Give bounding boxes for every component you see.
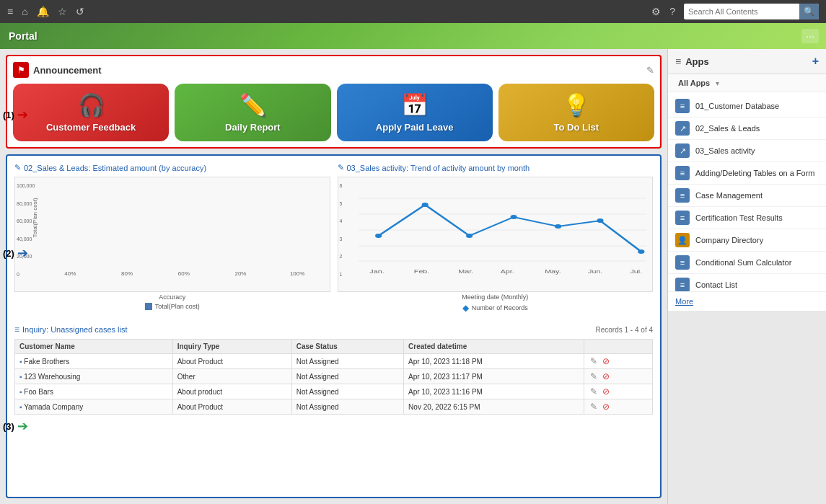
line-chart-svg: .grid-line { stroke: #e0e0e0; stroke-wid… xyxy=(359,183,647,277)
bar-chart-bars: 40% 80% 60% xyxy=(44,183,324,277)
tile-customer-feedback[interactable]: 🎧 Customer Feedback xyxy=(13,84,169,141)
cell-customer-4: ▪ Yamada Company xyxy=(15,399,173,415)
sidebar-app-sales-leads[interactable]: ↗ 02_Sales & Leads xyxy=(668,118,826,140)
sidebar-app-case-management[interactable]: ≡ Case Management xyxy=(668,185,826,207)
edit-btn-3[interactable]: ✎ xyxy=(589,386,599,397)
annotation-label-1: (1) xyxy=(3,110,14,120)
tile-daily-report[interactable]: ✏️ Daily Report xyxy=(175,84,330,141)
delete-btn-2[interactable]: ⊘ xyxy=(601,371,611,381)
settings-icon[interactable]: ⚙ xyxy=(651,6,661,17)
announcement-edit-icon[interactable]: ✎ xyxy=(646,65,654,76)
charts-row: ✎ 02_Sales & Leads: Estimated amount (by… xyxy=(14,163,653,313)
bar-80pct-label: 80% xyxy=(121,270,133,277)
line-y-tick-4: 4 xyxy=(340,218,343,224)
portal-menu-button[interactable]: ··· xyxy=(801,29,819,43)
announcement-section: ⚑ Announcement ✎ 🎧 Customer Feedback ✏️ … xyxy=(6,55,662,149)
table-row: ▪ Yamada Company About Product Not Assig… xyxy=(15,399,653,415)
line-chart-polyline xyxy=(378,205,641,252)
tile-daily-report-label: Daily Report xyxy=(225,122,281,133)
sidebar-app-conditional-sum[interactable]: ≡ Conditional Sum Calculator xyxy=(668,252,826,274)
edit-btn-4[interactable]: ✎ xyxy=(589,402,599,412)
line-chart-link-icon: ✎ xyxy=(338,163,344,172)
favorite-icon[interactable]: ☆ xyxy=(58,6,67,17)
filter-all-apps[interactable]: All Apps xyxy=(675,77,713,89)
annotation-arrow-2: ➔ xyxy=(17,245,28,261)
col-case-status: Case Status xyxy=(291,340,403,354)
row-icon-2: ▪ xyxy=(19,373,22,381)
bar-chart-x-label: Accuracy xyxy=(14,293,330,301)
sidebar-app-certification[interactable]: ≡ Certification Test Results xyxy=(668,207,826,229)
search-button[interactable]: 🔍 xyxy=(799,4,819,19)
tile-customer-feedback-label: Customer Feedback xyxy=(46,122,136,133)
sidebar-app-customer-database[interactable]: ≡ 01_Customer Database xyxy=(668,95,826,118)
sidebar-title: Apps xyxy=(685,56,709,67)
table-header-row: ≡ Inquiry: Unassigned cases list Records… xyxy=(14,324,653,335)
table-row: ▪ 123 Warehousing Other Not Assigned Apr… xyxy=(15,369,653,384)
bar-chart-title-text: 02_Sales & Leads: Estimated amount (by a… xyxy=(24,164,206,172)
hamburger-icon[interactable]: ≡ xyxy=(7,6,13,17)
annotation-label-2: (2) xyxy=(3,248,14,259)
tile-customer-feedback-icon: 🎧 xyxy=(78,92,105,118)
line-y-tick-1: 1 xyxy=(340,272,343,277)
help-icon[interactable]: ? xyxy=(669,6,675,17)
line-point-feb xyxy=(421,203,428,207)
sidebar-app-company-directory[interactable]: 👤 Company Directory xyxy=(668,229,826,252)
cell-customer-1: ▪ Fake Brothers xyxy=(15,354,173,369)
line-point-mar xyxy=(466,234,473,238)
line-x-feb: Feb. xyxy=(413,269,429,275)
cell-status-3: Not Assigned xyxy=(291,384,403,399)
sidebar-app-sales-activity[interactable]: ↗ 03_Sales activity xyxy=(668,140,826,162)
app-icon-sales-leads: ↗ xyxy=(675,121,690,136)
line-chart-legend: ◆ Number of Records xyxy=(338,303,654,313)
y-tick-3: 40,000 xyxy=(17,236,35,242)
y-tick-5: 80,000 xyxy=(17,201,35,206)
edit-btn-1[interactable]: ✎ xyxy=(589,356,599,366)
cell-created-3: Apr 10, 2023 11:16 PM xyxy=(404,384,584,399)
sidebar-app-contact-list[interactable]: ≡ Contact List xyxy=(668,274,826,291)
tile-todo-list[interactable]: 💡 To Do List xyxy=(498,84,654,141)
refresh-icon[interactable]: ↺ xyxy=(76,6,84,17)
delete-btn-4[interactable]: ⊘ xyxy=(601,402,611,412)
delete-btn-3[interactable]: ⊘ xyxy=(601,386,611,397)
cell-actions-4: ✎ ⊘ xyxy=(584,399,653,415)
line-point-may xyxy=(554,224,561,229)
line-chart-title: ✎ 03_Sales activity: Trend of activity a… xyxy=(338,163,654,172)
annotation-label-3: (3) xyxy=(3,421,14,432)
line-y-tick-5: 5 xyxy=(340,201,343,206)
table-row: ▪ Fake Brothers About Product Not Assign… xyxy=(15,354,653,369)
edit-btn-2[interactable]: ✎ xyxy=(589,371,599,381)
search-input[interactable] xyxy=(684,4,799,19)
sidebar-apps-list: ≡ 01_Customer Database ↗ 02_Sales & Lead… xyxy=(668,92,826,291)
app-icon-conditional-sum: ≡ xyxy=(675,255,690,270)
sidebar-add-button[interactable]: + xyxy=(812,55,819,68)
app-tiles-container: 🎧 Customer Feedback ✏️ Daily Report 📅 Ap… xyxy=(13,84,654,141)
search-bar: 🔍 xyxy=(684,4,819,19)
sidebar-app-adding-deleting[interactable]: ≡ Adding/Deleting Tables on a Form xyxy=(668,162,826,185)
annotation-arrow-1: ➔ xyxy=(17,107,28,123)
cell-status-1: Not Assigned xyxy=(291,354,403,369)
line-point-apr xyxy=(510,215,517,219)
line-x-mar: Mar. xyxy=(458,269,473,275)
home-icon[interactable]: ⌂ xyxy=(22,6,27,17)
app-label-case-management: Case Management xyxy=(695,191,763,200)
bar-chart-legend-text: Total(Plan cost) xyxy=(155,303,200,310)
col-actions xyxy=(584,340,653,354)
cell-status-4: Not Assigned xyxy=(291,399,403,415)
table-records-count: Records 1 - 4 of 4 xyxy=(596,326,653,334)
y-tick-4: 60,000 xyxy=(17,218,35,224)
sidebar-bottom-area xyxy=(668,311,826,504)
line-chart-legend-icon: ◆ xyxy=(462,303,469,313)
filter-dropdown-icon[interactable]: ▾ xyxy=(716,79,719,87)
tile-apply-paid-leave[interactable]: 📅 Apply Paid Leave xyxy=(337,84,493,141)
table-row: ▪ Foo Bars About product Not Assigned Ap… xyxy=(15,384,653,399)
delete-btn-1[interactable]: ⊘ xyxy=(601,356,611,366)
app-icon-company-directory: 👤 xyxy=(675,233,690,247)
inquiry-table-title: ≡ Inquiry: Unassigned cases list xyxy=(14,324,128,335)
notification-icon[interactable]: 🔔 xyxy=(37,6,49,17)
table-title-icon: ≡ xyxy=(14,324,19,335)
annotation-arrow-3: ➔ xyxy=(17,418,28,434)
bar-chart-legend-box xyxy=(145,303,152,310)
app-label-adding-deleting: Adding/Deleting Tables on a Form xyxy=(695,169,815,177)
more-link[interactable]: More xyxy=(675,297,693,306)
line-x-jun: Jun. xyxy=(588,269,602,275)
